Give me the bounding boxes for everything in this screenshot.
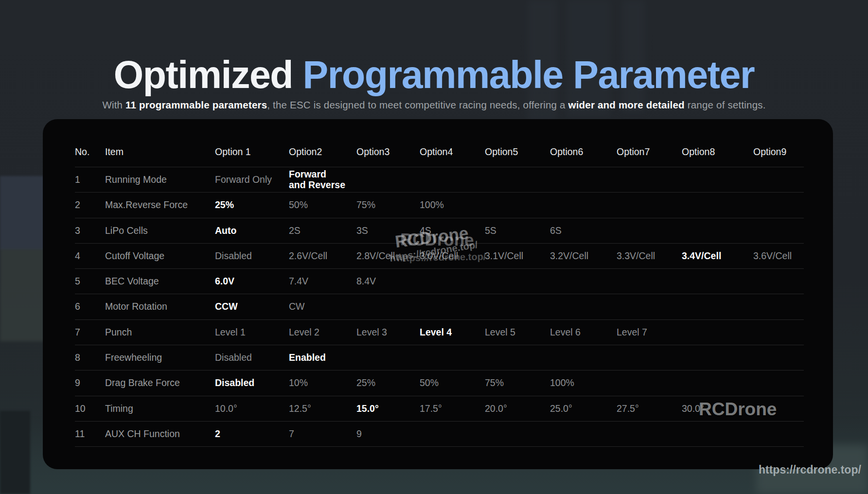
- option-cell: 2.8V/Cell: [356, 251, 420, 261]
- table-row: 10Timing10.0°12.5°15.0°17.5°20.0°25.0°27…: [75, 396, 804, 421]
- option-cell: 2.6V/Cell: [289, 251, 356, 261]
- option-cell-selected: 25%: [215, 200, 289, 210]
- option-cell-selected: Enabled: [289, 353, 356, 363]
- option-cell: 30.0°: [682, 404, 753, 414]
- option-cell: 27.5°: [617, 404, 682, 414]
- subtitle-segment: wider and more detailed: [568, 99, 685, 110]
- table-row: 3LiPo CellsAuto2S3S4S5S6S: [75, 218, 804, 243]
- row-number: 6: [75, 301, 105, 312]
- column-header: Option 1: [215, 147, 289, 157]
- subtitle-segment: range of settings.: [685, 99, 766, 110]
- table-row: 1Running ModeForward OnlyForward and Rev…: [75, 167, 804, 192]
- option-cell-selected: 15.0°: [356, 404, 420, 414]
- page-title-white: Optimized: [114, 53, 303, 96]
- row-number: 11: [75, 429, 105, 439]
- option-cell: 6S: [550, 226, 617, 236]
- option-cell: 7.4V: [289, 276, 356, 286]
- background-trees-left: [0, 249, 47, 341]
- column-header: Option9: [753, 147, 804, 157]
- option-cell: Level 5: [485, 327, 550, 337]
- option-cell: Disabled: [215, 353, 289, 363]
- option-cell-selected: 3.4V/Cell: [682, 251, 753, 261]
- option-cell: 100%: [420, 200, 485, 210]
- option-cell: 8.4V: [356, 276, 420, 286]
- page-title: Optimized Programmable Parameter: [0, 54, 868, 96]
- table-header-row: No.ItemOption 1Option2Option3Option4Opti…: [75, 119, 804, 167]
- option-cell: 3.6V/Cell: [753, 251, 804, 261]
- column-header: Option4: [420, 147, 485, 157]
- column-header: Option5: [485, 147, 550, 157]
- option-cell: 50%: [289, 200, 356, 210]
- table-row: 6Motor RotationCCWCW: [75, 294, 804, 319]
- option-cell: Forward Only: [215, 175, 289, 185]
- page: Optimized Programmable Parameter With 11…: [0, 0, 868, 494]
- option-cell: Level 2: [289, 327, 356, 337]
- option-cell: 100%: [550, 378, 617, 388]
- option-cell: Level 6: [550, 327, 617, 337]
- option-cell: 75%: [485, 378, 550, 388]
- option-cell-selected: 2: [215, 429, 289, 439]
- item-name: Drag Brake Force: [105, 378, 215, 388]
- background-building-left: [0, 176, 45, 250]
- option-cell: Level 7: [617, 327, 682, 337]
- option-cell: 20.0°: [485, 404, 550, 414]
- row-number: 2: [75, 200, 105, 210]
- column-header: Option3: [356, 147, 420, 157]
- option-cell: Level 3: [356, 327, 420, 337]
- column-header: Item: [105, 147, 215, 157]
- option-cell: 17.5°: [420, 404, 485, 414]
- option-cell: 7: [289, 429, 356, 439]
- option-cell-selected: Auto: [215, 226, 289, 236]
- subtitle-segment: With: [102, 99, 125, 110]
- option-cell-selected: 6.0V: [215, 276, 289, 286]
- table-row: 2Max.Reverse Force25%50%75%100%: [75, 192, 804, 217]
- page-title-accent: Programmable Parameter: [303, 53, 755, 96]
- option-cell: 3.0V/Cell: [420, 251, 485, 261]
- option-cell: 4S: [420, 226, 485, 236]
- option-cell: 2S: [289, 226, 356, 236]
- subtitle-segment: 11 programmable parameters: [125, 99, 267, 110]
- table-row: 11AUX CH Function279: [75, 421, 804, 447]
- item-name: LiPo Cells: [105, 226, 215, 236]
- table-row: 7PunchLevel 1Level 2Level 3Level 4Level …: [75, 319, 804, 345]
- column-header: No.: [75, 147, 105, 157]
- row-number: 10: [75, 404, 105, 414]
- item-name: Running Mode: [105, 175, 215, 185]
- option-cell-selected: Disabled: [215, 378, 289, 388]
- option-cell: 3.1V/Cell: [485, 251, 550, 261]
- option-cell: 10%: [289, 378, 356, 388]
- option-cell: 9: [356, 429, 420, 439]
- page-subtitle: With 11 programmable parameters, the ESC…: [0, 99, 868, 111]
- option-cell: 3S: [356, 226, 420, 236]
- option-cell: 5S: [485, 226, 550, 236]
- row-number: 9: [75, 378, 105, 388]
- option-cell: 25%: [356, 378, 420, 388]
- row-number: 8: [75, 353, 105, 363]
- parameters-card: No.ItemOption 1Option2Option3Option4Opti…: [43, 119, 833, 469]
- option-cell-selected: Forward and Reverse: [289, 169, 356, 190]
- item-name: Punch: [105, 327, 215, 337]
- column-header: Option6: [550, 147, 617, 157]
- item-name: Cutoff Voltage: [105, 251, 215, 261]
- option-cell: 3.3V/Cell: [617, 251, 682, 261]
- option-cell: Level 1: [215, 327, 289, 337]
- option-cell: Disabled: [215, 251, 289, 261]
- item-name: AUX CH Function: [105, 429, 215, 439]
- row-number: 4: [75, 251, 105, 261]
- item-name: Max.Reverse Force: [105, 200, 215, 210]
- option-cell: 3.2V/Cell: [550, 251, 617, 261]
- row-number: 3: [75, 226, 105, 236]
- table-row: 9Drag Brake ForceDisabled10%25%50%75%100…: [75, 370, 804, 395]
- option-cell-selected: CCW: [215, 301, 289, 312]
- row-number: 7: [75, 327, 105, 337]
- option-cell: 12.5°: [289, 404, 356, 414]
- column-header: Option7: [617, 147, 682, 157]
- item-name: Timing: [105, 404, 215, 414]
- row-number: 5: [75, 276, 105, 286]
- table-row: 4Cutoff VoltageDisabled2.6V/Cell2.8V/Cel…: [75, 243, 804, 268]
- item-name: Freewheeling: [105, 353, 215, 363]
- option-cell: 25.0°: [550, 404, 617, 414]
- item-name: Motor Rotation: [105, 301, 215, 312]
- background-dock-left: [0, 411, 30, 494]
- parameters-table: No.ItemOption 1Option2Option3Option4Opti…: [75, 119, 804, 447]
